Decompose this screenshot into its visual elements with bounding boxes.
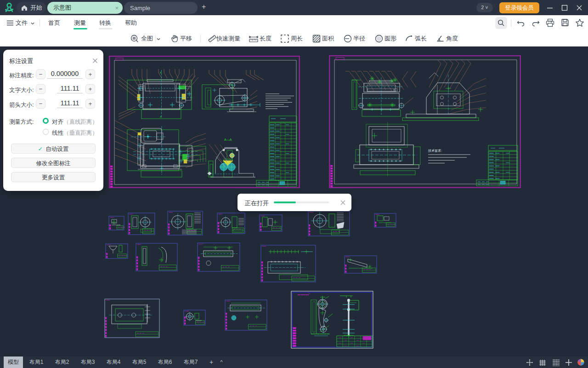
svg-text:A: A — [160, 71, 162, 74]
svg-text:技术要求:: 技术要求: — [428, 149, 442, 153]
svg-text:A: A — [160, 115, 162, 118]
svg-text:A—A: A—A — [224, 138, 232, 141]
